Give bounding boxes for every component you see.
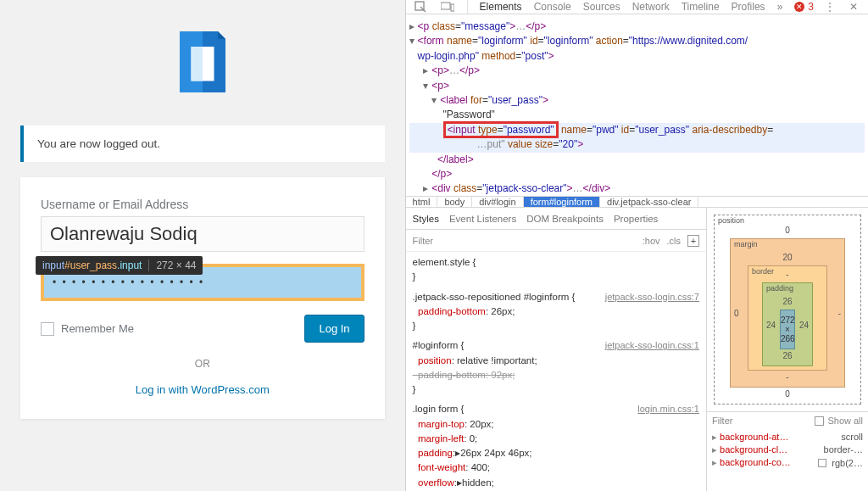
crumb-html[interactable]: html	[406, 197, 438, 207]
username-label: Username or Email Address	[41, 198, 364, 211]
devtools-panel: Elements Console Sources Network Timelin…	[405, 0, 868, 491]
login-button[interactable]: Log In	[304, 315, 364, 343]
show-all-label: Show all	[827, 416, 863, 426]
computed-list[interactable]: background-at…scroll background-cl…borde…	[707, 429, 868, 471]
crumb-form[interactable]: form#loginform	[524, 197, 600, 207]
tab-profiles[interactable]: Profiles	[732, 1, 765, 13]
or-divider: OR	[41, 358, 364, 370]
wordpress-sso-link[interactable]: Log in with WordPress.com	[136, 383, 270, 396]
svg-rect-2	[451, 4, 454, 11]
hov-toggle[interactable]: :hov	[643, 236, 660, 246]
login-page: You are now logged out. Username or Emai…	[0, 0, 405, 491]
logout-notice: You are now logged out.	[20, 126, 385, 162]
styles-rules[interactable]: element.style { } jetpack-sso-login.css:…	[406, 252, 706, 491]
devtools-toolbar: Elements Console Sources Network Timelin…	[406, 0, 868, 14]
tab-elements[interactable]: Elements	[480, 1, 522, 13]
computed-pane: position 0 margin 0 - 20 border - paddin…	[707, 208, 868, 491]
tab-styles[interactable]: Styles	[413, 214, 439, 224]
tab-event-listeners[interactable]: Event Listeners	[449, 214, 516, 224]
kebab-icon[interactable]: ⋮	[822, 0, 837, 14]
tab-properties[interactable]: Properties	[614, 214, 658, 224]
show-all-checkbox[interactable]	[815, 416, 824, 426]
device-icon[interactable]	[440, 0, 455, 14]
styles-filter-input[interactable]: Filter	[413, 236, 433, 246]
styles-pane: Styles Event Listeners DOM Breakpoints P…	[406, 208, 707, 491]
inspect-icon[interactable]	[413, 0, 428, 14]
box-model: position 0 margin 0 - 20 border - paddin…	[707, 208, 868, 411]
tab-sources[interactable]: Sources	[583, 1, 620, 13]
tab-dom-breakpoints[interactable]: DOM Breakpoints	[526, 214, 604, 224]
dom-tree[interactable]: ▸<p class="message">…</p> ▾<form name="l…	[406, 14, 868, 196]
crumb-login[interactable]: div#login	[472, 197, 523, 207]
svg-rect-1	[441, 3, 450, 9]
breadcrumb[interactable]: html body div#login form#loginform div.j…	[406, 196, 868, 208]
inspector-tooltip: input#user_pass.input 272 × 44	[36, 256, 203, 275]
crumb-jetpack[interactable]: div.jetpack-sso-clear	[600, 197, 698, 207]
styles-tabs: Styles Event Listeners DOM Breakpoints P…	[406, 208, 706, 230]
error-badge[interactable]: ✕ 3	[794, 1, 814, 13]
remember-label: Remember Me	[61, 322, 134, 335]
close-icon[interactable]: ✕	[846, 0, 861, 14]
tab-timeline[interactable]: Timeline	[682, 1, 720, 13]
brand-logo	[164, 24, 241, 100]
tab-network[interactable]: Network	[632, 1, 670, 13]
error-icon: ✕	[794, 2, 804, 12]
tab-console[interactable]: Console	[534, 1, 571, 13]
remember-checkbox[interactable]	[41, 322, 54, 336]
computed-filter-input[interactable]: Filter	[712, 416, 732, 426]
crumb-body[interactable]: body	[437, 197, 472, 207]
remember-me[interactable]: Remember Me	[41, 322, 134, 336]
username-input[interactable]	[41, 216, 364, 252]
password-mask: • • • • • • • • • • • • • • • •	[53, 276, 204, 288]
new-rule-icon[interactable]: +	[687, 235, 699, 247]
tabs-overflow-icon[interactable]: »	[777, 1, 783, 13]
logo-container	[0, 0, 405, 100]
login-form: Username or Email Address • • • • • • • …	[20, 177, 385, 419]
cls-toggle[interactable]: .cls	[667, 236, 682, 246]
